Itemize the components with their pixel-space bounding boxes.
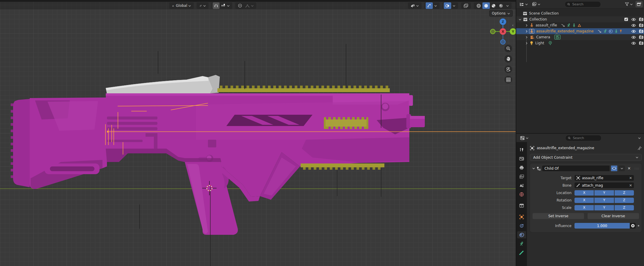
disable-render-toggle[interactable] [639,18,643,21]
hide-eye-toggle[interactable] [631,18,636,21]
tab-view-layer[interactable] [517,173,526,180]
delete-constraint-button[interactable]: ✕ [626,166,632,171]
proportional-editing-toggle[interactable] [236,2,244,9]
constraint-extras-dropdown[interactable] [619,166,625,171]
outliner-row-assault-rifle[interactable]: assault_rifle [516,22,644,28]
target-field[interactable]: assault_rifle ✕ [574,175,634,181]
scale-x-toggle[interactable]: X [574,205,594,210]
clear-bone-button[interactable]: ✕ [629,183,632,188]
object-type-visibility-dropdown[interactable] [409,2,420,9]
outliner-row-collection[interactable]: Collection [516,16,644,22]
expand-chevron-icon[interactable] [525,30,528,33]
outliner-editor-type-dropdown[interactable] [518,1,529,7]
snap-toggle[interactable] [213,2,220,9]
panel-expand-chevron[interactable] [532,167,535,169]
zoom-button[interactable] [504,45,512,52]
navigation-gizmo[interactable]: Z X Y [490,18,516,45]
hide-eye-toggle[interactable] [631,42,636,45]
rotation-y-toggle[interactable]: Y [594,198,614,203]
bone-field[interactable]: attach_mag ✕ [574,182,634,188]
animate-property-decorator[interactable] [638,225,639,226]
set-inverse-button[interactable]: Set Inverse [532,213,584,219]
gizmo-axis-z-neg[interactable] [500,39,506,45]
proportional-falloff-dropdown[interactable] [244,2,255,9]
pin-button[interactable] [637,146,642,150]
shading-rendered-button[interactable] [497,2,505,9]
gizmo-axis-x[interactable]: X [500,28,506,35]
pan-button[interactable] [504,55,512,63]
camera-view-button[interactable] [504,65,512,73]
location-z-toggle[interactable]: Z [615,190,634,196]
outliner-display-mode-dropdown[interactable] [531,1,542,7]
tab-collection[interactable] [517,202,526,209]
snap-settings-dropdown[interactable] [220,2,231,9]
tab-render[interactable] [517,155,526,162]
hide-eye-toggle[interactable] [631,24,636,27]
add-object-constraint-button[interactable]: Add Object Constraint [530,154,642,161]
gizmo-settings-dropdown[interactable] [433,2,438,9]
show-gizmo-toggle[interactable] [426,2,433,9]
scale-y-toggle[interactable]: Y [594,205,614,210]
tab-scene[interactable] [517,182,526,189]
sidebar-collapse-arrow[interactable]: ‹ [512,23,514,27]
properties-editor-type-dropdown[interactable] [519,135,530,141]
xray-toggle[interactable] [462,2,470,9]
properties-options-dropdown[interactable] [637,135,642,141]
expand-chevron-icon[interactable] [525,24,528,27]
outliner-search-input[interactable] [572,2,598,7]
shading-wireframe-button[interactable] [475,2,482,9]
expand-chevron-icon[interactable] [519,18,521,21]
properties-search-input[interactable] [572,136,599,140]
tab-output[interactable] [517,164,526,171]
location-x-toggle[interactable]: X [574,190,594,196]
3d-viewport[interactable]: Global [0,0,516,266]
disable-render-toggle[interactable] [639,35,643,39]
clear-inverse-button[interactable]: Clear Inverse [587,213,639,219]
scale-z-toggle[interactable]: Z [615,205,634,210]
tab-tool[interactable] [517,146,526,153]
orthographic-grid-button[interactable] [504,76,512,84]
constraint-name-field[interactable]: Child Of [542,166,610,171]
rotation-z-toggle[interactable]: Z [615,198,634,203]
gizmo-axis-y-neg[interactable] [490,29,495,34]
rotation-x-toggle[interactable]: X [574,198,594,203]
properties-search[interactable] [565,135,602,141]
pivot-point-dropdown[interactable] [198,2,207,9]
options-dropdown[interactable]: Options [489,10,513,17]
tab-object[interactable] [517,213,526,221]
collection-checkbox[interactable] [624,18,628,21]
influence-slider[interactable]: 1.000 [574,223,630,229]
constraint-enable-toggle[interactable] [611,166,617,171]
outliner-search[interactable] [565,1,601,7]
transform-orientation-dropdown[interactable]: Global [171,2,192,9]
outliner-row-light[interactable]: Light [516,40,644,46]
expand-chevron-icon[interactable] [525,42,528,45]
shading-solid-button[interactable] [482,2,490,9]
tab-bone[interactable] [517,249,526,256]
shading-settings-dropdown[interactable] [505,2,510,9]
tab-object-constraints[interactable] [517,231,526,238]
gizmo-axis-y[interactable]: Y [510,28,516,35]
new-collection-button[interactable] [635,1,643,7]
clear-target-button[interactable]: ✕ [629,176,632,180]
outliner-row-scene-collection[interactable]: Scene Collection [516,10,644,16]
outliner-row-assaultrifle-extended-magazine[interactable]: assaultrifle_extended_magazine [516,28,644,34]
expand-chevron-icon[interactable] [525,36,528,39]
disable-render-toggle[interactable] [639,29,643,33]
show-overlays-toggle[interactable] [444,2,451,9]
disable-render-toggle[interactable] [639,23,643,27]
outliner-filter-dropdown[interactable] [624,1,634,7]
influence-clear-driver-button[interactable] [630,223,636,229]
drag-handle[interactable]: :::: [634,167,639,170]
shading-material-button[interactable] [490,2,497,9]
hide-eye-toggle[interactable] [631,36,636,39]
tab-physics[interactable] [517,222,526,229]
location-y-toggle[interactable]: Y [594,190,614,196]
tab-world[interactable] [517,191,526,198]
gizmo-axis-z[interactable]: Z [500,18,506,25]
outliner-row-camera[interactable]: Camera [516,34,644,40]
disable-render-toggle[interactable] [639,41,643,45]
tab-object-data[interactable] [517,240,526,247]
overlays-settings-dropdown[interactable] [451,2,457,9]
hide-eye-toggle[interactable] [631,30,636,33]
